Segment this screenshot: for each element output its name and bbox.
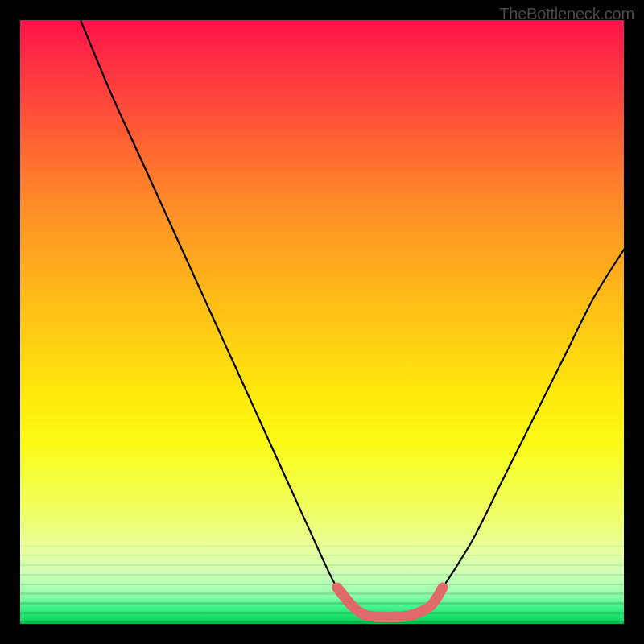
- watermark-text: TheBottleneck.com: [499, 5, 634, 23]
- highlight-curve-line: [337, 588, 443, 617]
- main-curve-line: [80, 20, 624, 617]
- plot-area: [20, 20, 624, 624]
- chart-svg: [20, 20, 624, 624]
